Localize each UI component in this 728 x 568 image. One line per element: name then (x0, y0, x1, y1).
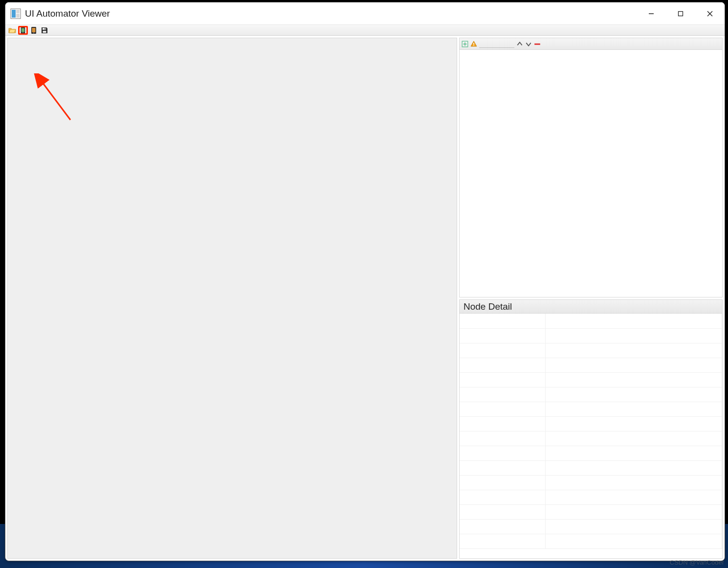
svg-rect-12 (32, 28, 36, 32)
app-icon (10, 8, 21, 19)
detail-key-cell (460, 328, 545, 343)
detail-key-cell (460, 534, 545, 548)
table-row[interactable] (460, 358, 722, 372)
node-detail-title: Node Detail (460, 300, 722, 314)
hierarchy-tree[interactable] (460, 50, 722, 297)
detail-key-cell (460, 372, 545, 387)
detail-value-cell (545, 490, 722, 504)
table-row[interactable] (460, 504, 722, 519)
node-detail-pane: Node Detail (459, 299, 723, 559)
search-clear-button[interactable] (534, 41, 541, 47)
device-screenshot-compressed-button[interactable] (29, 26, 39, 35)
main-toolbar (5, 25, 725, 36)
detail-value-cell (545, 372, 722, 387)
svg-point-13 (33, 32, 34, 33)
detail-value-cell (545, 475, 722, 490)
detail-value-cell (545, 504, 722, 519)
content-area: Node Detail (5, 36, 725, 561)
tree-toolbar (460, 38, 722, 50)
svg-rect-5 (679, 11, 683, 16)
detail-key-cell (460, 358, 545, 372)
svg-rect-1 (12, 10, 16, 18)
detail-key-cell (460, 343, 545, 358)
detail-key-cell (460, 402, 545, 416)
svg-rect-2 (16, 10, 20, 13)
svg-rect-21 (473, 43, 474, 45)
app-window: UI Automator Viewer (5, 2, 725, 561)
table-row[interactable] (460, 446, 722, 460)
svg-point-10 (22, 32, 23, 33)
detail-value-cell (545, 343, 722, 358)
table-row[interactable] (460, 416, 722, 431)
detail-key-cell (460, 446, 545, 460)
detail-key-cell (460, 475, 545, 490)
node-detail-body (460, 314, 722, 558)
table-row[interactable] (460, 343, 722, 358)
device-screenshot-button[interactable] (18, 26, 28, 35)
detail-value-cell (545, 431, 722, 446)
expand-all-button[interactable] (462, 41, 468, 47)
table-row[interactable] (460, 475, 722, 490)
detail-value-cell (545, 358, 722, 372)
table-row[interactable] (460, 402, 722, 416)
hierarchy-pane (459, 38, 723, 297)
table-row[interactable] (460, 328, 722, 343)
detail-value-cell (545, 387, 722, 402)
detail-value-cell (545, 519, 722, 534)
table-row[interactable] (460, 372, 722, 387)
detail-key-cell (460, 460, 545, 475)
detail-key-cell (460, 504, 545, 519)
close-button[interactable] (695, 2, 725, 24)
detail-key-cell (460, 387, 545, 402)
svg-rect-3 (16, 14, 20, 18)
svg-rect-16 (45, 28, 46, 29)
table-row[interactable] (460, 387, 722, 402)
titlebar: UI Automator Viewer (5, 2, 725, 25)
table-row[interactable] (460, 431, 722, 446)
window-title: UI Automator Viewer (25, 8, 637, 19)
table-row[interactable] (460, 490, 722, 504)
window-controls (637, 2, 725, 24)
table-row[interactable] (460, 534, 722, 548)
detail-value-cell (545, 328, 722, 343)
toggle-naf-button[interactable] (470, 41, 477, 47)
open-button[interactable] (7, 26, 17, 35)
screenshot-pane (7, 38, 457, 559)
svg-rect-23 (534, 43, 540, 45)
detail-value-cell (545, 314, 722, 328)
detail-value-cell (545, 416, 722, 431)
table-row[interactable] (460, 519, 722, 534)
minimize-button[interactable] (637, 2, 666, 24)
detail-key-cell (460, 416, 545, 431)
svg-rect-9 (22, 28, 24, 32)
node-detail-table (460, 314, 722, 549)
detail-key-cell (460, 431, 545, 446)
svg-rect-22 (473, 45, 474, 45)
annotation-arrow (31, 73, 80, 127)
svg-rect-15 (43, 31, 46, 33)
detail-value-cell (545, 446, 722, 460)
svg-line-17 (41, 81, 70, 120)
detail-value-cell (545, 402, 722, 416)
search-prev-button[interactable] (516, 41, 523, 47)
tree-search-input[interactable] (479, 40, 514, 48)
detail-key-cell (460, 490, 545, 504)
table-row[interactable] (460, 314, 722, 328)
detail-value-cell (545, 534, 722, 548)
save-button[interactable] (40, 26, 49, 35)
detail-value-cell (545, 460, 722, 475)
search-next-button[interactable] (525, 41, 532, 47)
detail-key-cell (460, 314, 545, 328)
maximize-button[interactable] (666, 2, 695, 24)
table-row[interactable] (460, 460, 722, 475)
right-column: Node Detail (459, 38, 723, 559)
detail-key-cell (460, 519, 545, 534)
